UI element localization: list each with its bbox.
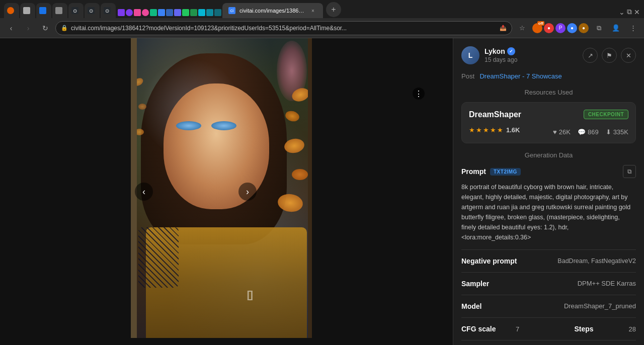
sampler-value: DPM++ SDE Karras xyxy=(512,280,636,287)
star-3: ★ xyxy=(483,126,489,134)
star-1: ★ xyxy=(469,126,475,134)
address-text: civitai.com/images/1386412?modelVersionI… xyxy=(71,25,497,32)
tab-inactive-6[interactable]: ⊙ xyxy=(85,3,100,18)
heart-icon: ♥ xyxy=(553,128,557,136)
model-value: DreamShaper_7_pruned xyxy=(512,302,636,310)
copy-prompt-btn[interactable]: ⧉ xyxy=(623,165,636,178)
sampler-label: Sampler xyxy=(461,280,512,288)
toolbar: ‹ › ↻ 🔒 civitai.com/images/1386412?model… xyxy=(0,18,644,38)
cfg-label: CFG scale xyxy=(461,325,512,333)
cfg-value: 7 xyxy=(516,325,519,333)
share-icon: ↗ xyxy=(588,52,593,59)
close-icon: ✕ xyxy=(626,52,631,59)
comments-count: 869 xyxy=(588,128,599,136)
stars-display: ★ ★ ★ ★ ★ xyxy=(469,126,503,134)
prev-image-btn[interactable]: ‹ xyxy=(135,183,153,201)
tab-inactive-4[interactable] xyxy=(52,3,67,18)
rating-count: 1.6K xyxy=(506,126,520,134)
likes-count: 26K xyxy=(559,128,571,136)
panel-actions: ↗ ⚑ ✕ xyxy=(583,48,636,63)
negative-prompt-section: Negative prompt BadDream, FastNegativeV2 xyxy=(461,257,636,265)
star-5: ★ xyxy=(497,126,503,134)
refresh-btn[interactable]: ↻ xyxy=(38,21,52,35)
avatar: L xyxy=(461,46,479,64)
new-tab-btn[interactable]: + xyxy=(326,2,341,17)
right-arrow-icon: › xyxy=(246,187,249,197)
download-icon: ⬇ xyxy=(606,128,611,136)
resource-stars: ★ ★ ★ ★ ★ 1.6K xyxy=(469,126,520,134)
steps-value: 28 xyxy=(629,325,636,333)
tab-inactive-7[interactable]: ⊙ xyxy=(101,3,116,18)
prompt-header: Prompt TXT2IMG ⧉ xyxy=(461,165,636,178)
artwork xyxy=(131,38,312,338)
post-link[interactable]: DreamShaper - 7 Showcase xyxy=(479,72,561,80)
divider-5 xyxy=(461,340,636,340)
close-panel-btn[interactable]: ✕ xyxy=(621,48,636,63)
checkpoint-badge: CHECKPOINT xyxy=(584,110,628,119)
back-btn[interactable]: ‹ xyxy=(4,21,18,35)
resources-card: DreamShaper CHECKPOINT ★ ★ ★ ★ ★ 1.6K xyxy=(461,102,636,143)
next-image-btn[interactable]: › xyxy=(238,183,257,201)
tab-bar: ⊙ ⊙ ⊙ ci civitai.com/images/1386412?... xyxy=(0,0,644,18)
prompt-type-badge: TXT2IMG xyxy=(490,168,521,176)
browser-chrome: ⊙ ⊙ ⊙ ci civitai.com/images/1386412?... xyxy=(0,0,644,38)
username: Lykon ✓ xyxy=(485,47,578,55)
tab-inactive-2[interactable] xyxy=(20,3,35,18)
prompt-text: 8k portrait of beautiful cyborg with bro… xyxy=(461,182,636,242)
tab-inactive-3[interactable] xyxy=(36,3,51,18)
divider-3 xyxy=(461,295,636,295)
downloads-stat: ⬇ 335K xyxy=(606,128,628,136)
resources-title: Resources Used xyxy=(461,89,636,96)
model-label: Model xyxy=(461,302,512,310)
sampler-row: Sampler DPM++ SDE Karras xyxy=(461,280,636,288)
flag-icon: ⚑ xyxy=(606,52,612,59)
neg-prompt-value: BadDream, FastNegativeV2 xyxy=(557,257,636,265)
post-section: Post DreamShaper - 7 Showcase xyxy=(461,71,636,80)
more-options-btn[interactable]: ⋮ xyxy=(413,88,425,100)
image-panel: ⋮ ‹ › [] xyxy=(0,38,453,345)
model-row: Model DreamShaper_7_pruned xyxy=(461,302,636,310)
comments-stat: 💬 869 xyxy=(578,128,599,136)
more-icon: ⋮ xyxy=(415,89,423,99)
prompt-label: Prompt xyxy=(461,167,486,176)
main-content: ⋮ ‹ › [] L Lykon ✓ 15 days ago xyxy=(0,38,644,345)
profile-btn[interactable]: 👤 xyxy=(609,21,623,35)
divider-1 xyxy=(461,249,636,250)
share-btn[interactable]: ↗ xyxy=(583,48,598,63)
bookmark-btn[interactable]: ☆ xyxy=(515,21,529,35)
user-info: Lykon ✓ 15 days ago xyxy=(485,47,578,63)
extensions-btn[interactable]: ⧉ xyxy=(592,21,606,35)
likes-stat: ♥ 26K xyxy=(553,128,571,136)
left-arrow-icon: ‹ xyxy=(142,187,145,197)
panel-header: L Lykon ✓ 15 days ago ↗ ⚑ ✕ xyxy=(461,46,636,64)
cfg-steps-row: CFG scale 7 Steps 28 xyxy=(461,325,636,333)
divider-2 xyxy=(461,272,636,273)
steps-label: Steps xyxy=(575,325,625,333)
verified-badge: ✓ xyxy=(507,47,515,55)
prompt-section: Prompt TXT2IMG ⧉ 8k portrait of beautifu… xyxy=(461,165,636,242)
resource-header: DreamShaper CHECKPOINT xyxy=(469,110,628,119)
tab-close-btn[interactable]: × xyxy=(309,7,317,15)
right-panel: L Lykon ✓ 15 days ago ↗ ⚑ ✕ xyxy=(453,38,644,345)
resource-stats: ♥ 26K 💬 869 ⬇ 335K xyxy=(553,128,628,136)
forward-btn[interactable]: › xyxy=(21,21,35,35)
tab-label: civitai.com/images/1386412?... xyxy=(239,8,305,14)
tab-active[interactable]: ci civitai.com/images/1386412?... × xyxy=(222,3,323,18)
menu-btn[interactable]: ⋮ xyxy=(626,21,640,35)
flag-btn[interactable]: ⚑ xyxy=(602,48,617,63)
star-2: ★ xyxy=(476,126,482,134)
resource-name: DreamShaper xyxy=(469,110,521,119)
neg-prompt-label: Negative prompt xyxy=(461,257,517,265)
neg-prompt-header: Negative prompt BadDream, FastNegativeV2 xyxy=(461,257,636,265)
timestamp: 15 days ago xyxy=(485,56,578,63)
copy-icon: ⧉ xyxy=(627,168,632,175)
tab-inactive[interactable] xyxy=(4,3,19,18)
generation-title: Generation Data xyxy=(461,151,636,159)
comment-icon: 💬 xyxy=(578,128,586,136)
divider-4 xyxy=(461,317,636,318)
address-bar[interactable]: 🔒 civitai.com/images/1386412?modelVersio… xyxy=(55,21,512,35)
star-4: ★ xyxy=(490,126,496,134)
post-label: Post xyxy=(461,72,474,80)
watermark: [] xyxy=(247,289,253,301)
tab-inactive-5[interactable]: ⊙ xyxy=(68,3,84,18)
